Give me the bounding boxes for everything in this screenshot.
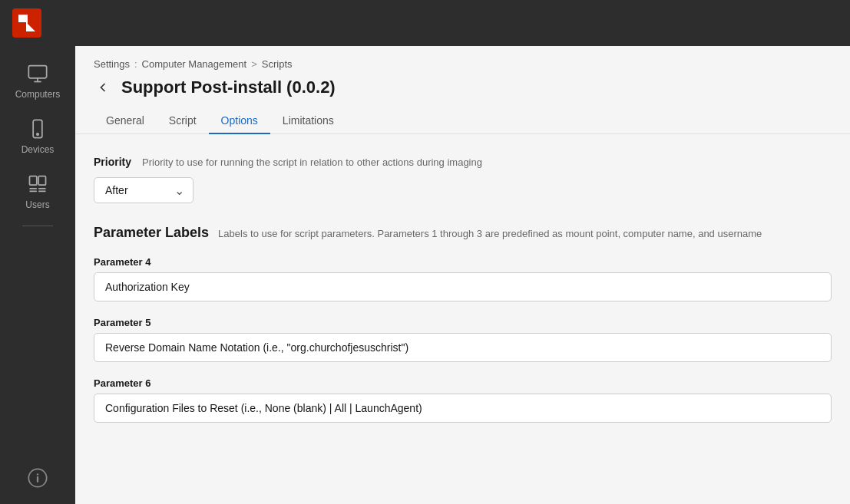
parameter-4-input[interactable]: [94, 272, 832, 301]
breadcrumb-sep2: >: [251, 58, 257, 70]
sidebar-item-users[interactable]: Users: [0, 164, 75, 219]
page-title: Support Post-install (0.0.2): [121, 77, 336, 97]
svg-rect-2: [28, 66, 46, 78]
parameter-5-input[interactable]: [94, 333, 832, 362]
breadcrumb: Settings : Computer Management > Scripts: [94, 58, 832, 70]
breadcrumb-computer-management[interactable]: Computer Management: [142, 58, 247, 70]
sidebar-item-computers[interactable]: Computers: [0, 54, 75, 109]
parameter-6-label: Parameter 6: [94, 377, 832, 389]
page-title-row: Support Post-install (0.0.2): [94, 77, 832, 97]
tab-script[interactable]: Script: [157, 108, 209, 134]
back-button[interactable]: [94, 78, 112, 97]
parameter-6-field: Parameter 6: [94, 377, 832, 423]
sidebar-item-devices-label: Devices: [21, 144, 55, 155]
parameter-5-field: Parameter 5: [94, 317, 832, 362]
parameter-labels-section: Parameter Labels Labels to use for scrip…: [94, 225, 832, 423]
breadcrumb-settings: Settings: [94, 58, 130, 70]
sidebar: Computers Devices Users: [0, 46, 75, 504]
parameter-labels-header: Parameter Labels Labels to use for scrip…: [94, 225, 832, 241]
tab-options[interactable]: Options: [209, 108, 270, 134]
priority-select[interactable]: Before After At Reboot: [94, 177, 193, 203]
priority-select-wrapper: Before After At Reboot ⌄: [94, 177, 193, 203]
parameter-4-field: Parameter 4: [94, 256, 832, 301]
breadcrumb-scripts: Scripts: [262, 58, 293, 70]
svg-rect-10: [38, 176, 45, 186]
back-arrow-icon: [95, 80, 111, 95]
computer-icon: [27, 63, 48, 84]
info-icon: [27, 467, 48, 489]
sidebar-info-button[interactable]: [27, 467, 48, 492]
breadcrumb-sep1: :: [134, 58, 137, 70]
tab-general[interactable]: General: [94, 108, 157, 134]
priority-description: Priority to use for running the script i…: [142, 156, 482, 168]
users-icon: [27, 173, 48, 195]
parameter-5-label: Parameter 5: [94, 317, 832, 328]
tab-limitations[interactable]: Limitations: [270, 108, 346, 134]
device-icon: [27, 118, 48, 140]
tabs: General Script Options Limitations: [94, 108, 832, 133]
content-area: Settings : Computer Management > Scripts…: [75, 46, 850, 504]
sidebar-divider: [22, 226, 53, 226]
priority-label: Priority: [94, 156, 131, 168]
body-content: Priority Priority to use for running the…: [75, 134, 850, 463]
header-area: Settings : Computer Management > Scripts…: [75, 46, 850, 134]
parameter-4-label: Parameter 4: [94, 256, 832, 268]
logo-icon: [12, 8, 41, 38]
svg-rect-7: [30, 176, 37, 186]
sidebar-item-users-label: Users: [25, 199, 49, 210]
parameter-labels-description: Labels to use for script parameters. Par…: [218, 228, 762, 239]
parameter-6-input[interactable]: [94, 394, 832, 423]
priority-section: Priority Priority to use for running the…: [94, 156, 832, 203]
svg-point-6: [37, 133, 38, 135]
sidebar-item-devices[interactable]: Devices: [0, 109, 75, 164]
sidebar-item-computers-label: Computers: [15, 89, 61, 100]
topbar: [0, 0, 850, 46]
parameter-labels-title: Parameter Labels: [94, 225, 209, 241]
